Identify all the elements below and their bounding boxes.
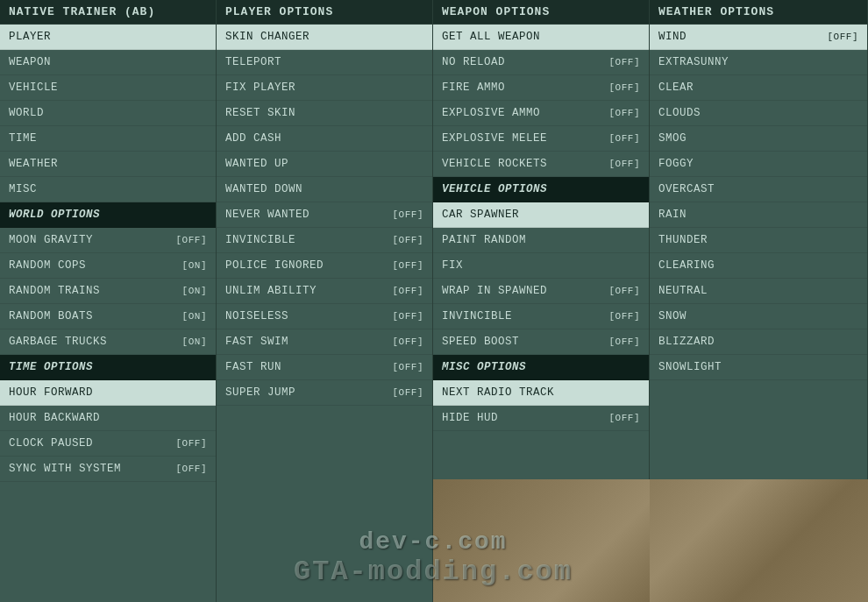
menu-item-label-2-7: CAR SPAWNER [442, 209, 519, 221]
menu-item-label-1-13: FAST RUN [225, 361, 281, 373]
menu-item-3-2[interactable]: CLEAR [650, 75, 867, 101]
menu-item-0-5[interactable]: WEATHER [0, 152, 216, 177]
menu-item-label-0-10: RANDOM TRAINS [9, 285, 100, 297]
menu-item-3-4[interactable]: SMOG [650, 126, 867, 152]
menu-item-1-1[interactable]: TELEPORT [217, 50, 432, 75]
menu-item-1-11[interactable]: NOISELESS[OFF] [217, 304, 432, 329]
menu-item-1-0[interactable]: SKIN CHANGER [217, 25, 432, 50]
menu-item-0-17[interactable]: SYNC WITH SYSTEM[OFF] [0, 457, 216, 482]
menu-item-2-4[interactable]: EXPLOSIVE MELEE[OFF] [433, 126, 649, 152]
menu-item-3-9[interactable]: CLEARING [650, 253, 867, 279]
menu-item-badge-2-12: [OFF] [608, 336, 640, 347]
menu-item-badge-1-8: [OFF] [392, 235, 423, 245]
menu-item-2-14[interactable]: NEXT RADIO TRACK [433, 380, 649, 406]
menu-item-label-3-13: SNOWLIGHT [658, 361, 722, 373]
menu-item-0-0[interactable]: PLAYER [0, 25, 216, 50]
menu-item-label-0-11: RANDOM BOATS [9, 310, 93, 322]
menu-item-label-0-17: SYNC WITH SYSTEM [9, 463, 121, 475]
menu-item-label-1-14: SUPER JUMP [225, 386, 295, 399]
menu-item-3-6[interactable]: OVERCAST [650, 177, 867, 202]
menu-item-label-3-1: EXTRASUNNY [658, 56, 729, 68]
menu-item-2-2[interactable]: FIRE AMMO[OFF] [433, 75, 649, 101]
menu-item-3-11[interactable]: SNOW [650, 304, 867, 329]
menu-item-2-15[interactable]: HIDE HUD[OFF] [433, 406, 649, 431]
menu-item-0-3[interactable]: WORLD [0, 101, 216, 126]
watermark-line2: GTA-modding.com [294, 556, 573, 588]
menu-item-label-0-14: HOUR FORWARD [9, 386, 93, 399]
menu-item-badge-3-0: [OFF] [827, 32, 858, 42]
menu-item-2-9[interactable]: FIX [433, 253, 649, 279]
menu-item-0-15[interactable]: HOUR BACKWARD [0, 406, 216, 431]
menu-item-0-13[interactable]: TIME OPTIONS [0, 355, 216, 380]
menu-item-3-0[interactable]: WIND[OFF] [650, 25, 867, 50]
menu-item-label-1-11: NOISELESS [225, 310, 288, 322]
menu-item-0-8[interactable]: MOON GRAVITY[OFF] [0, 228, 216, 253]
menu-item-2-7[interactable]: CAR SPAWNER [433, 202, 649, 228]
menu-item-1-13[interactable]: FAST RUN[OFF] [217, 355, 432, 380]
menu-item-3-12[interactable]: BLIZZARD [650, 329, 867, 355]
menu-item-2-11[interactable]: INVINCIBLE[OFF] [433, 304, 649, 329]
menu-item-0-14[interactable]: HOUR FORWARD [0, 380, 216, 406]
menu-item-3-10[interactable]: NEUTRAL [650, 279, 867, 304]
watermark-area: dev-c.com GTA-modding.com [217, 514, 650, 602]
menu-item-1-2[interactable]: FIX PLAYER [217, 75, 432, 101]
menu-item-1-3[interactable]: RESET SKIN [217, 101, 432, 126]
menu-item-0-16[interactable]: CLOCK PAUSED[OFF] [0, 431, 216, 457]
menu-item-label-2-10: WRAP IN SPAWNED [442, 285, 547, 297]
menu-item-0-9[interactable]: RANDOM COPS[ON] [0, 253, 216, 279]
menu-item-1-4[interactable]: ADD CASH [217, 126, 432, 152]
menu-item-label-0-13: TIME OPTIONS [9, 361, 93, 373]
menu-item-1-10[interactable]: UNLIM ABILITY[OFF] [217, 279, 432, 304]
menu-item-2-5[interactable]: VEHICLE ROCKETS[OFF] [433, 152, 649, 177]
menu-item-1-12[interactable]: FAST SWIM[OFF] [217, 329, 432, 355]
menu-item-badge-0-12: [ON] [182, 336, 207, 347]
menu-item-3-8[interactable]: THUNDER [650, 228, 867, 253]
menu-item-0-12[interactable]: GARBAGE TRUCKS[ON] [0, 329, 216, 355]
menu-item-1-5[interactable]: WANTED UP [217, 152, 432, 177]
menu-item-badge-2-4: [OFF] [608, 133, 640, 144]
menu-item-2-10[interactable]: WRAP IN SPAWNED[OFF] [433, 279, 649, 304]
menu-item-badge-2-1: [OFF] [608, 57, 640, 67]
menu-item-badge-0-17: [OFF] [175, 464, 207, 474]
menu-item-3-1[interactable]: EXTRASUNNY [650, 50, 867, 75]
menu-item-0-10[interactable]: RANDOM TRAINS[ON] [0, 279, 216, 304]
menu-item-2-0[interactable]: GET ALL WEAPON [433, 25, 649, 50]
menu-item-1-14[interactable]: SUPER JUMP[OFF] [217, 380, 432, 406]
menu-item-label-1-3: RESET SKIN [225, 107, 295, 119]
menu-item-label-3-5: FOGGY [658, 158, 694, 170]
menu-item-label-2-9: FIX [442, 259, 463, 272]
menu-item-label-2-13: MISC OPTIONS [442, 361, 526, 373]
menu-item-label-0-4: TIME [9, 132, 37, 145]
menu-item-label-1-9: POLICE IGNORED [225, 259, 324, 272]
menu-item-0-11[interactable]: RANDOM BOATS[ON] [0, 304, 216, 329]
menu-item-label-2-12: SPEED BOOST [442, 336, 519, 348]
menu-item-3-5[interactable]: FOGGY [650, 152, 867, 177]
menu-item-label-2-4: EXPLOSIVE MELEE [442, 132, 547, 145]
menu-item-label-1-2: FIX PLAYER [225, 81, 295, 94]
menu-item-0-7[interactable]: WORLD OPTIONS [0, 202, 216, 228]
menu-item-1-6[interactable]: WANTED DOWN [217, 177, 432, 202]
menu-item-0-1[interactable]: WEAPON [0, 50, 216, 75]
menu-item-label-3-4: SMOG [658, 132, 687, 145]
menu-item-badge-1-10: [OFF] [392, 286, 423, 296]
menu-item-badge-2-10: [OFF] [608, 286, 640, 296]
menu-item-2-8[interactable]: PAINT RANDOM [433, 228, 649, 253]
menu-item-label-1-6: WANTED DOWN [225, 183, 302, 195]
menu-item-1-9[interactable]: POLICE IGNORED[OFF] [217, 253, 432, 279]
menu-item-badge-0-11: [ON] [182, 311, 207, 322]
menu-item-2-6[interactable]: VEHICLE OPTIONS [433, 177, 649, 202]
menu-item-1-7[interactable]: NEVER WANTED[OFF] [217, 202, 432, 228]
menu-item-0-2[interactable]: VEHICLE [0, 75, 216, 101]
menu-item-3-3[interactable]: CLOUDS [650, 101, 867, 126]
menu-item-label-3-8: THUNDER [658, 234, 708, 246]
menu-item-2-1[interactable]: NO RELOAD[OFF] [433, 50, 649, 75]
menu-item-0-6[interactable]: MISC [0, 177, 216, 202]
menu-item-2-13[interactable]: MISC OPTIONS [433, 355, 649, 380]
menu-item-2-3[interactable]: EXPLOSIVE AMMO[OFF] [433, 101, 649, 126]
menu-item-2-12[interactable]: SPEED BOOST[OFF] [433, 329, 649, 355]
menu-item-0-4[interactable]: TIME [0, 126, 216, 152]
menu-item-3-13[interactable]: SNOWLIGHT [650, 355, 867, 380]
menu-item-badge-2-2: [OFF] [608, 82, 640, 93]
menu-item-1-8[interactable]: INVINCIBLE[OFF] [217, 228, 432, 253]
menu-item-3-7[interactable]: RAIN [650, 202, 867, 228]
